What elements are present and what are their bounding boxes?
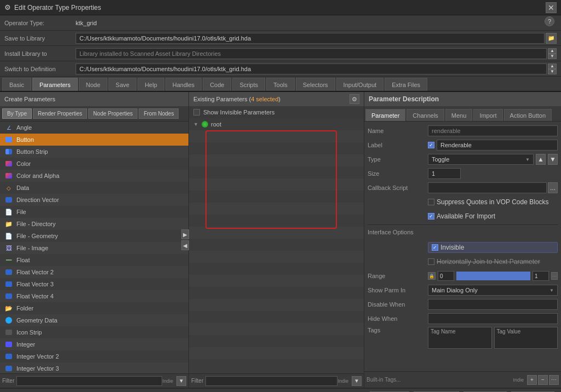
range-min-input[interactable] [438,271,454,281]
list-item[interactable]: Integer Vector 2 [0,350,188,362]
show-invisible-checkbox[interactable] [193,109,200,116]
list-item[interactable]: 🖼 File - Image [0,242,188,254]
tab-import[interactable]: Import [473,109,502,121]
suppress-quotes-checkbox[interactable] [428,199,434,205]
transfer-right-button[interactable]: ▶ [181,229,189,239]
hide-when-field: Hide When [368,313,558,325]
tab-selectors[interactable]: Selectors [296,78,335,91]
switch-to-definition-input[interactable] [76,64,547,74]
node-properties-button[interactable]: Node Properties [88,108,138,119]
tab-extra-files[interactable]: Extra Files [385,78,427,91]
tree-root-item[interactable]: ▼ root [189,118,364,130]
label-input[interactable] [437,140,558,151]
list-item[interactable]: Button [0,134,188,146]
tree-row [189,311,364,323]
callback-input[interactable] [428,182,547,193]
list-item[interactable]: Float Vector 2 [0,266,188,278]
tags-add-button[interactable]: + [527,375,537,385]
root-label: root [211,121,221,128]
tab-menu[interactable]: Menu [445,109,473,121]
tab-input-output[interactable]: Input/Output [336,78,384,91]
list-item[interactable]: 📁 File - Directory [0,218,188,230]
save-to-library-browse[interactable]: 📁 [546,33,557,44]
tab-help[interactable]: Help [138,78,164,91]
name-input[interactable] [428,125,558,136]
tab-action-button[interactable]: Action Button [504,109,552,121]
middle-panel: Existing Parameters (4 selected) ⚙ Show … [189,92,364,388]
list-item[interactable]: ━━ Float [0,254,188,266]
tab-tools[interactable]: Tools [266,78,295,91]
size-field: Size [368,168,558,180]
range-options[interactable]: ⋯ [551,272,558,280]
switch-to-definition-spinner[interactable]: ▲ ▼ [548,64,557,74]
close-button[interactable]: ✕ [546,2,557,13]
hide-when-input[interactable] [428,313,558,324]
by-type-button[interactable]: By Type [2,108,32,119]
tab-basic[interactable]: Basic [2,78,31,91]
list-item[interactable]: 📄 File - Geometry [0,230,188,242]
range-max-input[interactable] [533,271,549,281]
callback-field: Callback Script ... [368,182,558,194]
type-up-button[interactable]: ▲ [536,154,546,165]
tab-channels[interactable]: Channels [407,109,444,121]
list-item[interactable]: Geometry Data [0,314,188,326]
list-item[interactable]: 📂 Folder [0,302,188,314]
tags-remove-button[interactable]: − [538,375,548,385]
tab-parameter[interactable]: Parameter [365,109,405,121]
list-item[interactable]: 📄 File [0,206,188,218]
install-library-spinner[interactable]: ▲ ▼ [548,48,557,59]
int-vec3-icon [4,364,13,373]
install-library-input[interactable] [76,48,547,59]
help-icon[interactable]: ? [545,16,554,26]
show-parm-select[interactable]: Main Dialog Only ▼ [428,285,558,296]
gear-button[interactable]: ⚙ [350,94,359,104]
list-item[interactable]: Integer [0,338,188,350]
range-slider[interactable] [456,272,530,280]
list-item[interactable]: Direction Vector [0,194,188,206]
list-item[interactable]: Float Vector 3 [0,278,188,290]
middle-filter-dropdown[interactable]: ▼ [352,376,362,386]
left-filter-label: Filter [2,378,14,384]
left-filter-input[interactable] [16,376,162,386]
available-import-checkbox[interactable] [428,213,434,220]
size-input[interactable] [428,168,461,179]
invisible-checkbox[interactable] [432,244,438,251]
list-item[interactable]: Color [0,158,188,170]
type-select[interactable]: Toggle ▼ [428,154,534,165]
list-item[interactable]: ∠ Angle [0,122,188,134]
name-label: Name [368,128,428,134]
list-item[interactable]: Button Strip [0,146,188,158]
list-item[interactable]: Icon Strip [0,326,188,338]
render-properties-button[interactable]: Render Properties [33,108,87,119]
label-checkbox[interactable] [428,142,434,148]
list-item[interactable]: Color and Alpha [0,170,188,182]
tree-row [189,203,364,215]
tab-parameters[interactable]: Parameters [32,78,78,91]
tab-node[interactable]: Node [79,78,107,91]
existing-header: Existing Parameters (4 selected) ⚙ [189,92,364,106]
disable-when-input[interactable] [428,299,558,310]
save-to-library-input[interactable] [76,33,545,44]
from-nodes-button[interactable]: From Nodes [139,108,179,119]
middle-filter-input[interactable] [205,376,337,386]
transfer-left-button[interactable]: ◀ [181,240,189,250]
tab-scripts[interactable]: Scripts [232,78,265,91]
left-filter-dropdown[interactable]: ▼ [176,376,186,386]
tab-save[interactable]: Save [108,78,136,91]
suppress-quotes-field: Suppress Quotes in VOP Code Blocks [368,196,558,208]
integer-icon [4,340,13,349]
range-lock[interactable]: 🔒 [428,272,436,280]
list-item[interactable]: Integer Vector 3 [0,362,188,373]
expand-icon: ▼ [193,122,200,127]
h-join-checkbox[interactable] [428,258,434,265]
callback-browse[interactable]: ... [548,182,558,193]
type-down-button[interactable]: ▼ [548,154,558,165]
tags-scrollbar[interactable]: ⋯ [549,375,559,385]
label-field: Label [368,139,558,151]
list-item[interactable]: Float Vector 4 [0,290,188,302]
tab-handles[interactable]: Handles [165,78,202,91]
tab-code[interactable]: Code [203,78,231,91]
show-invisible-label: Show Invisible Parameters [203,109,274,116]
float-vec4-icon [4,292,13,301]
list-item[interactable]: ◇ Data [0,182,188,194]
